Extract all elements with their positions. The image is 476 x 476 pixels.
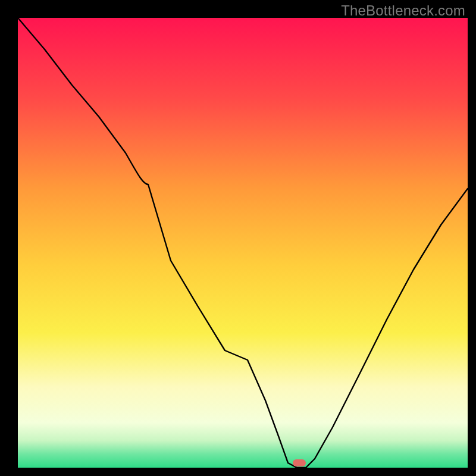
gradient-background (18, 18, 468, 468)
watermark-text: TheBottleneck.com (341, 2, 465, 19)
chart-svg (18, 18, 468, 468)
plot-area (18, 18, 468, 468)
chart-frame: TheBottleneck.com (0, 0, 476, 476)
optimal-marker (293, 459, 306, 466)
